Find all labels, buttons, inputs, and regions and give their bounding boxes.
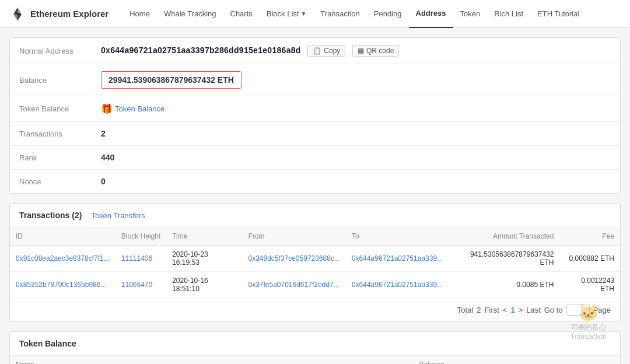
token-balance-link-text: Token Balance	[115, 104, 164, 113]
token-col-name: Name	[10, 356, 150, 364]
rank-label: Rank	[10, 146, 92, 170]
nav-transaction[interactable]: Transaction	[313, 0, 366, 28]
nav-block-list[interactable]: Block List ▼	[260, 0, 314, 28]
transactions-tbody: 0x91c08ea2aec3e8378cf7f1... 11111406 202…	[10, 246, 620, 298]
token-balance-link[interactable]: 🎁 Token Balance	[101, 103, 164, 114]
token-icon: 🎁	[101, 103, 113, 114]
to-link[interactable]: 0x644a96721a02751aa339...	[352, 281, 443, 289]
rank-row: Rank 440	[10, 146, 620, 170]
page-input[interactable]	[566, 304, 590, 316]
token-transfers-tab[interactable]: Token Transfers	[91, 211, 145, 220]
table-row: 0x91c08ea2aec3e8378cf7f1... 11111406 202…	[10, 246, 620, 272]
qr-button[interactable]: ▦ QR code	[352, 45, 399, 57]
copy-icon: 📋	[313, 47, 321, 55]
col-id: ID	[10, 228, 116, 246]
col-amount: Amount Transacted	[449, 228, 559, 246]
tx-id: 0x85252b78700c1365b986...	[10, 272, 116, 298]
nav-links: Home Whale Tracking Charts Block List ▼ …	[123, 0, 621, 28]
tx-amount: 0.0085 ETH	[449, 272, 559, 298]
col-block-height: Block Height	[116, 228, 166, 246]
normal-address-label: Normal Address	[10, 38, 92, 64]
copy-label: Copy	[324, 47, 340, 55]
tx-id-link[interactable]: 0x91c08ea2aec3e8378cf7f1...	[16, 254, 110, 262]
token-balance-label: Token Balance	[10, 96, 92, 122]
main-content: Normal Address 0x644a96721a02751aa3397b2…	[0, 28, 630, 364]
balance-label: Balance	[10, 64, 92, 96]
tx-fee: 0.0012243 ETH	[559, 272, 620, 298]
goto-label: Go to	[544, 306, 563, 314]
tx-amount: 941.530563867879637432 ETH	[449, 246, 559, 272]
next-page-btn[interactable]: >	[519, 306, 523, 314]
tx-fee: 0.000882 ETH	[559, 246, 620, 272]
token-balance-card: Token Balance Name Balance Tether USD 13…	[9, 331, 621, 364]
total-label: Total	[457, 306, 473, 314]
nonce-value: 0	[101, 177, 106, 186]
tx-time: 2020-10-23 16:19:53	[166, 246, 242, 272]
tx-from: 0x349dc5f37ce059723688c...	[242, 246, 345, 272]
svg-marker-2	[18, 14, 22, 20]
total-value: 2	[477, 306, 481, 314]
navbar: Ethereum Explorer Home Whale Tracking Ch…	[0, 0, 630, 28]
dropdown-arrow: ▼	[300, 10, 306, 17]
transactions-header: Transactions (2) Token Transfers	[10, 204, 620, 228]
nav-pending[interactable]: Pending	[367, 0, 409, 28]
address-value: 0x644a96721a02751aa3397b286dd915e1e0186a…	[101, 46, 301, 55]
token-balance-title: Token Balance	[19, 339, 76, 348]
nav-rich-list[interactable]: Rich List	[487, 0, 530, 28]
transactions-card: Transactions (2) Token Transfers ID Bloc…	[9, 203, 621, 322]
col-time: Time	[166, 228, 242, 246]
token-balance-row: Token Balance 🎁 Token Balance	[10, 96, 620, 122]
block-height-link[interactable]: 11066470	[121, 281, 152, 289]
ethereum-icon	[9, 6, 26, 22]
transactions-table: ID Block Height Time From To Amount Tran…	[10, 228, 620, 298]
tx-block-height: 11066470	[116, 272, 166, 298]
col-fee: Fee	[559, 228, 620, 246]
address-card: Normal Address 0x644a96721a02751aa3397b2…	[9, 37, 621, 194]
last-page-btn[interactable]: Last	[526, 306, 541, 314]
balance-row: Balance 29941.539063867879637432 ETH	[10, 64, 620, 96]
normal-address-row: Normal Address 0x644a96721a02751aa3397b2…	[10, 38, 620, 64]
from-link[interactable]: 0x349dc5f37ce059723688c...	[248, 254, 340, 262]
tx-to: 0x644a96721a02751aa339...	[346, 272, 449, 298]
logo: Ethereum Explorer	[9, 6, 108, 22]
copy-button[interactable]: 📋 Copy	[307, 45, 345, 57]
nonce-label: Nonce	[10, 170, 92, 194]
token-table-header-row: Name Balance	[10, 356, 620, 364]
logo-text: Ethereum Explorer	[30, 9, 108, 19]
transactions-title: Transactions (2)	[19, 211, 82, 220]
rank-value: 440	[101, 153, 114, 162]
to-link[interactable]: 0x644a96721a02751aa339...	[352, 254, 443, 262]
pagination: Total 2 First < 1 > Last Go to Page	[10, 298, 620, 321]
nav-whale-tracking[interactable]: Whale Tracking	[157, 0, 223, 28]
block-height-link[interactable]: 11111406	[121, 254, 152, 262]
transactions-value: 2	[101, 129, 106, 138]
nav-token[interactable]: Token	[453, 0, 488, 28]
tx-id: 0x91c08ea2aec3e8378cf7f1...	[10, 246, 116, 272]
balance-value: 29941.539063867879637432 ETH	[101, 71, 242, 89]
current-page: 1	[510, 306, 514, 314]
address-table: Normal Address 0x644a96721a02751aa3397b2…	[10, 38, 620, 193]
svg-marker-3	[13, 14, 18, 20]
first-page-btn[interactable]: First	[485, 306, 499, 314]
tx-block-height: 11111406	[116, 246, 166, 272]
token-balance-table: Name Balance Tether USD 13893383.267427 …	[10, 356, 620, 364]
token-col-balance: Balance	[150, 356, 450, 364]
table-row: 0x85252b78700c1365b986... 11066470 2020-…	[10, 272, 620, 298]
nav-charts[interactable]: Charts	[223, 0, 260, 28]
tx-id-link[interactable]: 0x85252b78700c1365b986...	[16, 281, 106, 289]
page-label: Page	[593, 306, 611, 314]
token-table-thead: Name Balance	[10, 356, 620, 364]
prev-page-btn[interactable]: <	[503, 306, 508, 314]
qr-icon: ▦	[358, 47, 364, 55]
tx-time: 2020-10-16 18:51:10	[166, 272, 242, 298]
transactions-thead: ID Block Height Time From To Amount Tran…	[10, 228, 620, 246]
transactions-row: Transactions 2	[10, 122, 620, 146]
token-col-actions	[450, 356, 620, 364]
nav-address[interactable]: Address	[409, 0, 453, 28]
nav-home[interactable]: Home	[123, 0, 157, 28]
transactions-header-row: ID Block Height Time From To Amount Tran…	[10, 228, 620, 246]
nonce-row: Nonce 0	[10, 170, 620, 194]
col-to: To	[346, 228, 449, 246]
from-link[interactable]: 0x37fe5a07016d617f2edd7...	[248, 281, 339, 289]
nav-eth-tutorial[interactable]: ETH Tutorial	[530, 0, 586, 28]
